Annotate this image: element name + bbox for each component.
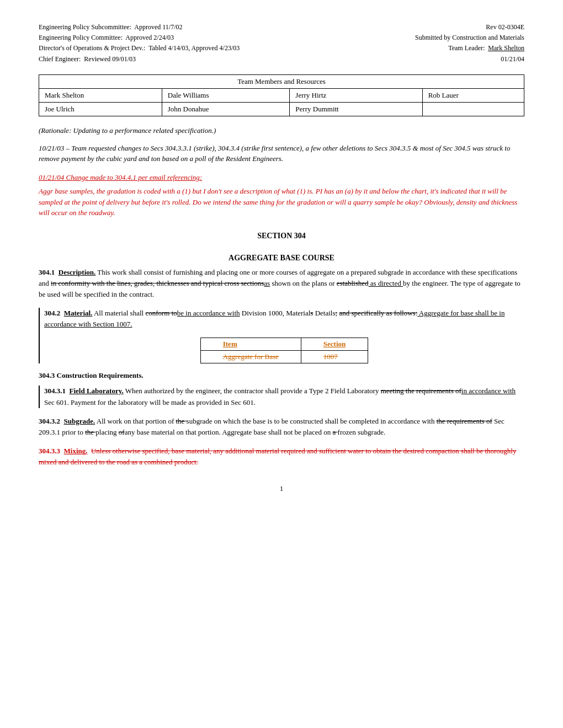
as-directed: as directed (369, 279, 403, 287)
section-304-3-3-heading: Mixing. (64, 447, 88, 455)
section-304-2-label: 304.2 (44, 309, 60, 317)
struck-semicolon: ; (336, 309, 338, 317)
as-shown: as (264, 279, 270, 287)
member-john-donahue: John Donahue (162, 102, 290, 116)
header-line-1: Engineering Policy Subcommittee: Approve… (39, 22, 282, 33)
section-304-3-heading: 304.3 Construction Requirements. (39, 371, 524, 380)
member-joe-ulrich: Joe Ulrich (39, 102, 162, 116)
struck-conformity: in conformity with the lines, grades, th… (51, 279, 264, 287)
struck-a: a (333, 428, 338, 436)
team-leader-name: Mark Shelton (488, 44, 524, 52)
section-304-2-heading: Material. (64, 309, 93, 317)
red-change-line: 01/21/04 Change made to 304.4.1 per emai… (39, 172, 524, 183)
member-rob-lauer: Rob Lauer (422, 88, 524, 102)
in-accordance-with-601: in accordance with (461, 387, 516, 395)
section-304-3-3: 304.3.3 Mixing. Unless otherwise specifi… (39, 446, 524, 468)
struck-specifically: and specifically as follows: (339, 309, 417, 317)
section-304-title: SECTION 304 (39, 232, 524, 240)
document-header: Engineering Policy Subcommittee: Approve… (39, 22, 524, 65)
header-left: Engineering Policy Subcommittee: Approve… (39, 22, 282, 65)
struck-s: s (310, 309, 313, 317)
table-row: Mark Shelton Dale Williams Jerry Hirtz R… (39, 88, 524, 102)
struck-of: of (119, 428, 125, 436)
approved-subcommittee: Approved 11/7/02 (134, 23, 182, 31)
header-right: Rev 02-0304E Submitted by Construction a… (282, 22, 524, 65)
material-table: Item Section Aggregate for Base 1007 (200, 338, 369, 363)
section-304-3-1-label: 304.3.1 (44, 387, 66, 395)
tabled-approved: Tabled 4/14/03, Approved 4/23/03 (148, 44, 240, 52)
section-304-3-3-label: 304.3.3 (39, 447, 60, 455)
struck-the2: the (85, 428, 95, 436)
submitted-by: Submitted by Construction and Materials (282, 33, 524, 43)
section-304-3-2-label: 304.3.2 (39, 417, 60, 425)
header-line-4: Chief Engineer: Reviewed 09/01/03 (39, 54, 282, 65)
aggregate-section-ref: Aggregate for base shall be in accordanc… (44, 309, 504, 328)
section-304-3-1-container: 304.3.1 Field Laboratory. When authorize… (39, 386, 524, 408)
struck-meeting: meeting the requirements of (381, 387, 461, 395)
reviewed-date: Reviewed 09/01/03 (84, 55, 136, 63)
section-304-1-label: 304.1 (39, 268, 55, 276)
team-members-table: Team Members and Resources Mark Shelton … (39, 74, 524, 116)
section-304-2-container: 304.2 Material. All material shall confo… (39, 308, 524, 363)
member-empty (422, 102, 524, 116)
section-304-3-1-heading: Field Laboratory. (70, 387, 124, 395)
material-table-section-header: Section (301, 338, 368, 351)
material-table-item-header: Item (200, 338, 301, 351)
page-number: 1 (39, 484, 524, 493)
section-304-2: 304.2 Material. All material shall confo… (44, 308, 524, 330)
table-row: Joe Ulrich John Donahue Perry Dummitt (39, 102, 524, 116)
section-304-3-2: 304.3.2 Subgrade. All work on that porti… (39, 416, 524, 438)
table-row: Aggregate for Base 1007 (200, 351, 368, 363)
section-304-3-1: 304.3.1 Field Laboratory. When authorize… (44, 386, 524, 408)
struck-established: established (337, 279, 369, 287)
section-304-1-heading: Description. (59, 268, 96, 276)
header-line-3: Director's of Operations & Project Dev.:… (39, 43, 282, 53)
approved-committee: Approved 2/24/03 (125, 34, 174, 41)
struck-mixing-text: Unless otherwise specified, base materia… (39, 447, 516, 466)
member-dale-williams: Dale Williams (162, 88, 290, 102)
aggregate-for-base: Aggregate for Base (200, 351, 301, 363)
rationale-text: (Rationale: Updating to a performance re… (39, 126, 524, 135)
struck-requirements-of: the requirements of (437, 417, 492, 425)
header-line-2: Engineering Policy Committee: Approved 2… (39, 33, 282, 43)
section-1007: 1007 (301, 351, 368, 363)
struck-the: the (176, 417, 186, 425)
rev-number: Rev 02-0304E (282, 22, 524, 33)
red-italic-block: Aggr base samples, the gradation is code… (39, 186, 524, 218)
table-title: Team Members and Resources (39, 74, 524, 88)
in-accordance-with: be in accordance with (177, 309, 240, 317)
team-leader-line: Team Leader: Mark Shelton (282, 43, 524, 53)
member-jerry-hirtz: Jerry Hirtz (290, 88, 422, 102)
aggregate-base-title: AGGREGATE BASE COURSE (39, 254, 524, 263)
member-mark-shelton: Mark Shelton (39, 88, 162, 102)
member-perry-dummitt: Perry Dummitt (290, 102, 422, 116)
section-304-1: 304.1 Description. This work shall consi… (39, 267, 524, 300)
italic-block: 10/21/03 – Team requested changes to Sec… (39, 143, 524, 164)
struck-conform-to: conform to (145, 309, 177, 317)
header-date: 01/21/04 (282, 54, 524, 65)
section-304-3-2-heading: Subgrade. (64, 417, 95, 425)
